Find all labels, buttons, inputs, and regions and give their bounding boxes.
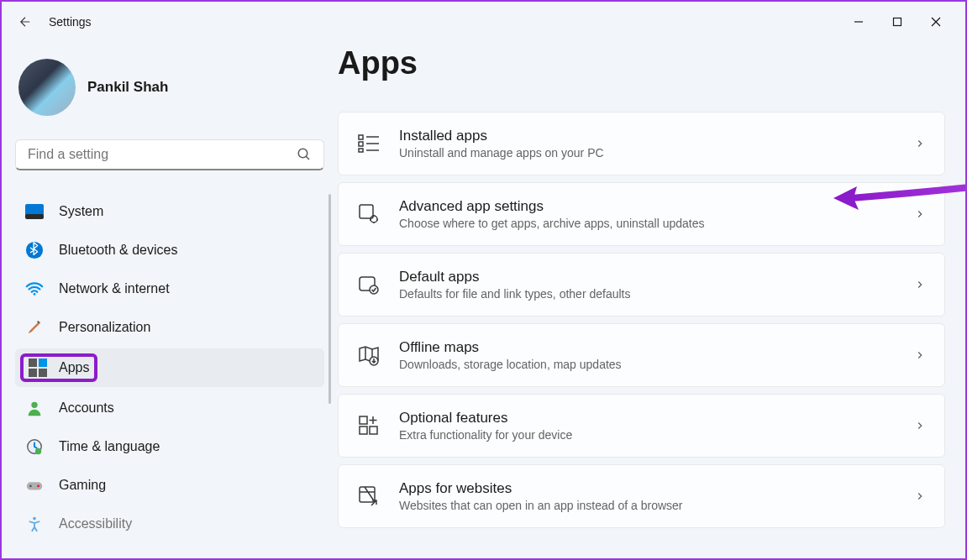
search-box[interactable] [15,139,324,170]
card-title: Apps for websites [399,480,896,497]
svg-rect-13 [39,369,47,377]
window-title: Settings [49,15,839,29]
chevron-right-icon [914,420,926,432]
svg-rect-21 [359,135,363,139]
card-optional-features[interactable]: Optional features Extra functionality fo… [338,394,945,458]
titlebar: Settings [2,2,965,42]
svg-point-14 [31,402,37,408]
avatar [18,59,76,116]
minimize-button[interactable] [839,8,878,35]
svg-point-30 [370,285,378,294]
card-offline-maps[interactable]: Offline maps Downloads, storage location… [338,323,945,387]
card-installed-apps[interactable]: Installed apps Uninstall and manage apps… [338,112,945,175]
sidebar-item-label: Time & language [59,439,160,454]
window-controls [839,8,955,35]
maximize-icon [892,17,902,27]
layout: Pankil Shah System Bluetooth & devices [2,42,965,558]
profile-name: Pankil Shah [87,79,168,96]
sidebar-item-bluetooth[interactable]: Bluetooth & devices [15,233,324,268]
sidebar-item-label: Personalization [59,320,150,335]
card-text: Advanced app settings Choose where to ge… [399,198,896,230]
app-gear-icon [357,202,381,226]
card-text: Offline maps Downloads, storage location… [399,339,896,371]
card-title: Optional features [399,410,896,427]
sidebar-item-personalization[interactable]: Personalization [15,310,324,345]
svg-point-4 [298,149,307,158]
grid-list-icon [357,132,381,155]
card-advanced-settings[interactable]: Advanced app settings Choose where to ge… [338,182,945,246]
maximize-button[interactable] [878,8,917,35]
sidebar-item-accounts[interactable]: Accounts [15,390,324,426]
sidebar-item-label: Network & internet [59,281,170,296]
svg-rect-27 [360,205,373,218]
chevron-right-icon [914,279,926,290]
person-icon [25,399,44,417]
card-title: Advanced app settings [399,198,896,215]
clock-icon [25,437,44,456]
chevron-right-icon [914,490,926,502]
sidebar-item-label: Apps [59,360,89,375]
sidebar-item-label: Accessibility [59,516,132,531]
svg-rect-17 [27,482,42,489]
svg-rect-10 [29,359,37,367]
sidebar-item-accessibility[interactable]: Accessibility [15,506,324,542]
back-button[interactable] [12,8,39,35]
profile-block[interactable]: Pankil Shah [15,42,324,139]
card-title: Default apps [399,269,896,285]
svg-point-18 [29,485,32,488]
svg-point-8 [26,242,43,259]
card-apps-websites[interactable]: Apps for websites Websites that can open… [338,464,945,528]
card-sub: Extra functionality for your device [399,428,896,442]
svg-rect-34 [370,427,377,434]
close-button[interactable] [917,8,955,35]
search-input[interactable] [28,147,297,162]
card-title: Offline maps [399,339,896,356]
svg-rect-1 [894,18,901,26]
sidebar-item-apps[interactable]: Apps [15,348,324,387]
arrow-left-icon [18,14,33,29]
nav-scrollbar[interactable] [328,194,331,404]
svg-point-19 [37,485,39,488]
card-default-apps[interactable]: Default apps Defaults for file and link … [338,253,945,317]
card-sub: Websites that can open in an app instead… [399,499,896,512]
main-content: Apps Installed apps Uninstall and manage… [338,42,965,558]
svg-line-5 [306,156,309,160]
highlight-annotation: Apps [20,353,97,382]
page-title: Apps [338,45,945,81]
paintbrush-icon [25,318,44,337]
sidebar-item-label: Accounts [59,400,114,416]
svg-point-28 [371,216,377,222]
app-check-icon [357,273,381,296]
svg-point-9 [34,293,36,296]
svg-rect-22 [359,142,363,146]
close-icon [931,17,941,27]
apps-icon [29,359,47,377]
sidebar-item-gaming[interactable]: Gaming [15,468,324,503]
app-plus-icon [357,414,381,437]
minimize-icon [854,17,864,27]
wifi-icon [25,280,44,298]
svg-rect-33 [360,427,367,434]
card-text: Installed apps Uninstall and manage apps… [399,128,896,160]
app-link-icon [357,484,381,508]
sidebar-item-network[interactable]: Network & internet [15,271,324,306]
svg-rect-12 [29,369,37,377]
card-text: Optional features Extra functionality fo… [399,410,896,442]
svg-point-16 [35,448,41,454]
bluetooth-icon [25,241,44,259]
sidebar-item-label: System [59,204,103,219]
sidebar-item-time[interactable]: Time & language [15,429,324,464]
nav-list: System Bluetooth & devices Network & int… [15,194,324,542]
chevron-right-icon [914,208,926,220]
system-icon [25,202,44,221]
svg-rect-23 [359,149,363,152]
accessibility-icon [25,515,44,533]
svg-rect-32 [360,416,367,424]
sidebar-item-system[interactable]: System [15,194,324,229]
card-sub: Uninstall and manage apps on your PC [399,146,896,160]
card-title: Installed apps [399,128,896,144]
card-sub: Downloads, storage location, map updates [399,358,896,371]
svg-rect-7 [25,214,44,219]
svg-point-20 [33,517,36,521]
gamepad-icon [25,476,44,495]
